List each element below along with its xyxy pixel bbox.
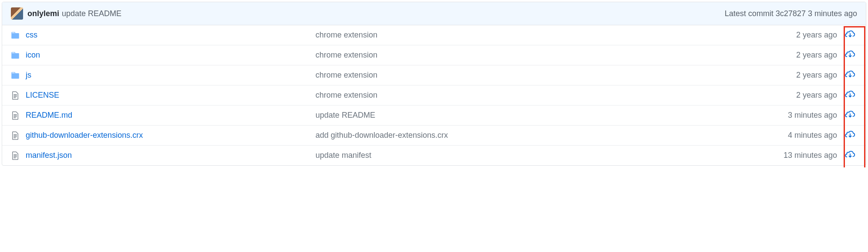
file-age: 2 years ago: [759, 31, 837, 40]
file-name-link[interactable]: js: [26, 71, 31, 80]
file-age: 13 minutes ago: [759, 151, 837, 160]
file-list: onlylemi update README Latest commit 3c2…: [2, 2, 866, 166]
file-name-link[interactable]: README.md: [26, 111, 72, 120]
file-name-link[interactable]: github-downloader-extensions.crx: [26, 131, 143, 140]
file-age: 2 years ago: [759, 51, 837, 60]
file-icon: [11, 91, 20, 100]
commit-sha[interactable]: 3c27827: [776, 9, 806, 18]
file-row: manifest.json update manifest 13 minutes…: [2, 145, 866, 165]
commit-age: 3 minutes ago: [808, 9, 857, 18]
download-icon[interactable]: [844, 70, 856, 78]
folder-icon: [11, 51, 20, 60]
file-name-link[interactable]: icon: [26, 51, 40, 60]
download-icon[interactable]: [844, 50, 856, 58]
file-age: 2 years ago: [759, 91, 837, 100]
folder-icon: [11, 31, 20, 40]
file-commit-message[interactable]: chrome extension: [316, 31, 759, 40]
download-icon[interactable]: [844, 110, 856, 119]
file-row: github-downloader-extensions.crx add git…: [2, 125, 866, 145]
file-commit-message[interactable]: update manifest: [316, 151, 759, 160]
folder-icon: [11, 71, 20, 80]
download-icon[interactable]: [844, 90, 856, 99]
file-name-link[interactable]: LICENSE: [26, 91, 59, 100]
file-icon: [11, 131, 20, 140]
download-icon[interactable]: [844, 130, 856, 139]
file-name-link[interactable]: css: [26, 31, 37, 40]
commit-author[interactable]: onlylemi: [27, 9, 59, 18]
latest-commit-label: Latest commit: [725, 9, 774, 18]
commit-info: Latest commit 3c27827 3 minutes ago: [725, 9, 857, 18]
file-commit-message[interactable]: chrome extension: [316, 91, 759, 100]
commit-message[interactable]: update README: [62, 9, 121, 18]
file-age: 3 minutes ago: [759, 111, 837, 120]
file-commit-message[interactable]: chrome extension: [316, 71, 759, 80]
file-commit-message[interactable]: update README: [316, 111, 759, 120]
download-icon[interactable]: [844, 30, 856, 38]
file-icon: [11, 111, 20, 120]
file-icon: [11, 151, 20, 160]
file-commit-message[interactable]: add github-downloader-extensions.crx: [316, 131, 759, 140]
file-row: js chrome extension 2 years ago: [2, 65, 866, 85]
commit-header: onlylemi update README Latest commit 3c2…: [2, 2, 866, 25]
file-row: LICENSE chrome extension 2 years ago: [2, 85, 866, 105]
file-name-link[interactable]: manifest.json: [26, 151, 72, 160]
download-icon[interactable]: [844, 150, 856, 159]
file-commit-message[interactable]: chrome extension: [316, 51, 759, 60]
file-row: README.md update README 3 minutes ago: [2, 105, 866, 125]
file-row: css chrome extension 2 years ago: [2, 25, 866, 45]
file-age: 2 years ago: [759, 71, 837, 80]
file-age: 4 minutes ago: [759, 131, 837, 140]
avatar[interactable]: [11, 7, 23, 20]
file-row: icon chrome extension 2 years ago: [2, 45, 866, 65]
